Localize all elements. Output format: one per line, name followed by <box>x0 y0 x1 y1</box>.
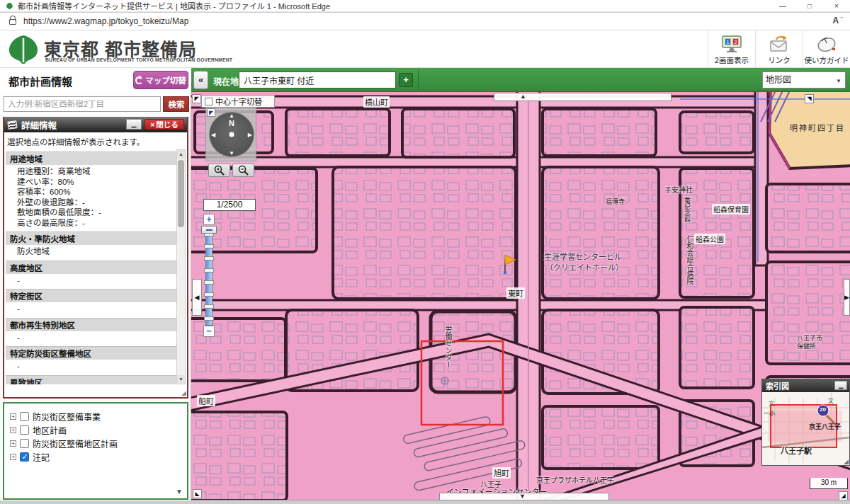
note-icon <box>7 120 17 130</box>
window-close-icon[interactable]: × <box>823 0 850 12</box>
scrollbar-thumb[interactable] <box>178 160 184 227</box>
detail-scrollbar[interactable]: ▲ ▼ <box>176 149 186 384</box>
layer-checkbox[interactable] <box>20 452 29 462</box>
pan-down-icon[interactable]: ▼ <box>229 150 234 156</box>
detail-close-button[interactable]: × 閉じる <box>144 119 184 130</box>
pan-northwest-icon[interactable]: ◤ <box>192 94 201 103</box>
expand-icon[interactable]: + <box>10 427 16 433</box>
link-mail-icon <box>768 33 790 53</box>
guide-button[interactable]: 使い方ガイド <box>803 30 850 67</box>
url-text[interactable]: https://www2.wagmap.jp/tokyo_tokeizu/Map <box>23 16 188 26</box>
org-subtitle: BUREAU OF URBAN DEVELOPMENT TOKYO METROP… <box>45 57 232 62</box>
compass-control[interactable]: ◤ ▲ N ◀ ▶ ▼ <box>205 107 256 161</box>
zoom-slider-plus[interactable]: + <box>203 214 215 225</box>
layer-checkbox[interactable] <box>20 439 29 448</box>
map-label: 船森保育園 <box>712 204 750 214</box>
expand-icon[interactable]: + <box>10 413 16 420</box>
scroll-up-icon[interactable]: ▲ <box>177 150 185 159</box>
center-cross-toggle[interactable]: 中心十字切替 <box>201 95 275 108</box>
read-aloud-icon[interactable]: A <box>832 16 843 25</box>
slider-tick <box>204 316 214 321</box>
locate-crosshair-button[interactable]: + <box>399 73 413 87</box>
detail-line: 防火地域 <box>17 246 177 257</box>
window-maximize-icon[interactable]: □ <box>796 0 823 12</box>
basemap-select[interactable]: 地形図 <box>762 71 846 88</box>
index-map-panel: 索引図 ▁ 文 文 一小 20 京王八王子 八王子駅 ◢ <box>761 379 850 466</box>
layer-item: + 防災街区整備地区計画 <box>10 437 187 450</box>
pan-southwest-icon[interactable]: ◣ <box>193 489 202 498</box>
map-label: 横山町 <box>363 96 390 108</box>
pan-right-strip[interactable]: ▶ <box>844 279 850 316</box>
map-label: 東町 <box>506 287 525 299</box>
address-search-input[interactable] <box>4 96 161 112</box>
center-cross-checkbox[interactable] <box>205 98 212 105</box>
layer-item: + 地区計画 <box>10 423 187 437</box>
dual-screen-button[interactable]: 1 2 2画面表示 <box>708 30 755 67</box>
detail-minimize-button[interactable]: ▁ <box>126 119 142 130</box>
index-resize-handle[interactable]: ◢ <box>844 458 849 465</box>
map-toolbar: « 現在地 + 地形図 ▼ <box>191 68 850 92</box>
pan-right-icon[interactable]: ▶ <box>844 294 849 301</box>
pan-southeast-icon[interactable]: ◢ <box>839 491 848 500</box>
map-label: 船町 <box>197 395 215 406</box>
toolbar-divider <box>418 70 419 90</box>
scroll-down-icon[interactable]: ▼ <box>177 375 185 384</box>
index-map-minimize-button[interactable]: ▁ <box>834 381 847 390</box>
pan-right-icon[interactable]: ▶ <box>248 132 252 138</box>
expand-icon[interactable]: + <box>10 440 16 447</box>
map-label: （クリエイトホール） <box>545 261 623 273</box>
expand-icon[interactable]: + <box>10 454 16 460</box>
detail-panel: 詳細情報 ▁ × 閉じる 選択地点の詳細情報が表示されます。 用途地域 用途種別… <box>3 117 188 399</box>
pan-up-bar[interactable]: ▲ <box>494 93 672 101</box>
zoom-slider-track[interactable] <box>205 227 212 326</box>
site-favicon-leaf-icon <box>6 2 13 10</box>
scale-display: 1/2500 <box>203 199 256 211</box>
pan-northeast-icon[interactable]: ◥ <box>805 94 814 103</box>
pan-down-bar[interactable]: ▼ <box>439 493 609 500</box>
map-canvas[interactable]: 横山町 明神町四丁目 子安神社 福傳寺 蚕記念館 船森保育園 船森公園 仁和会総… <box>191 92 850 500</box>
detail-line: 用途種別：商業地域 <box>17 166 177 177</box>
pan-left-icon[interactable]: ◀ <box>195 294 200 301</box>
map-label: 京王プラザホテル八王子 <box>536 474 614 485</box>
compass-center-dot <box>230 132 234 137</box>
compass-north-label: N <box>229 119 234 127</box>
zoom-slider-minus[interactable]: − <box>203 326 215 337</box>
current-location-label: 現在地 <box>213 75 239 87</box>
detail-line: - <box>17 361 177 372</box>
slider-tick <box>204 244 214 248</box>
tree-scroll-down-icon[interactable]: ▼ <box>176 488 183 496</box>
map-label: 蚕記念館 <box>683 197 692 222</box>
index-map-body[interactable]: 文 文 一小 20 京王八王子 八王子駅 ◢ <box>762 392 849 465</box>
link-button[interactable]: リンク <box>755 30 803 67</box>
map-label: 労働センター <box>443 326 453 368</box>
sub-header: 都市計画情報 マップ切替 « 現在地 + 地形図 ▼ <box>0 68 850 92</box>
app-header: 東京都 都市整備局 BUREAU OF URBAN DEVELOPMENT TO… <box>0 30 850 68</box>
slider-tick <box>204 256 214 260</box>
compass-disc[interactable]: ▲ N ◀ ▶ ▼ <box>209 112 254 157</box>
layer-checkbox[interactable] <box>20 412 29 421</box>
detail-line: 外壁の後退距離：- <box>17 197 177 208</box>
window-minimize-icon[interactable]: — <box>769 0 796 12</box>
pan-up-icon[interactable]: ▲ <box>229 113 234 119</box>
search-button[interactable]: 検索 <box>163 96 189 112</box>
map-switch-button[interactable]: マップ切替 <box>133 71 188 89</box>
detail-line: 敷地面積の最低限度：- <box>17 207 177 218</box>
address-bar[interactable]: https://www2.wagmap.jp/tokyo_tokeizu/Map… <box>0 13 850 30</box>
zoom-in-button[interactable] <box>208 164 230 177</box>
sidebar-collapse-button[interactable]: « <box>193 71 208 89</box>
map-label: 八王子市保健所 <box>797 335 825 350</box>
pan-down-icon[interactable]: ▼ <box>519 493 526 500</box>
route-shield-label: 20 <box>820 406 826 413</box>
current-location-input[interactable] <box>239 71 396 88</box>
zoom-out-button[interactable] <box>232 164 254 177</box>
panel-resize-handle[interactable]: ◢ <box>181 389 186 396</box>
map-label: 生涯学習センタービル <box>544 251 622 262</box>
zoom-slider-thumb[interactable] <box>201 226 217 234</box>
close-icon: × <box>150 120 154 129</box>
pan-up-icon[interactable]: ▲ <box>520 93 526 100</box>
pan-left-strip[interactable]: ◀ <box>192 279 202 316</box>
layer-checkbox[interactable] <box>20 425 29 435</box>
layer-label: 注記 <box>33 451 50 463</box>
reset-north-icon[interactable]: ◤ <box>207 108 215 117</box>
pan-left-icon[interactable]: ◀ <box>211 132 215 138</box>
